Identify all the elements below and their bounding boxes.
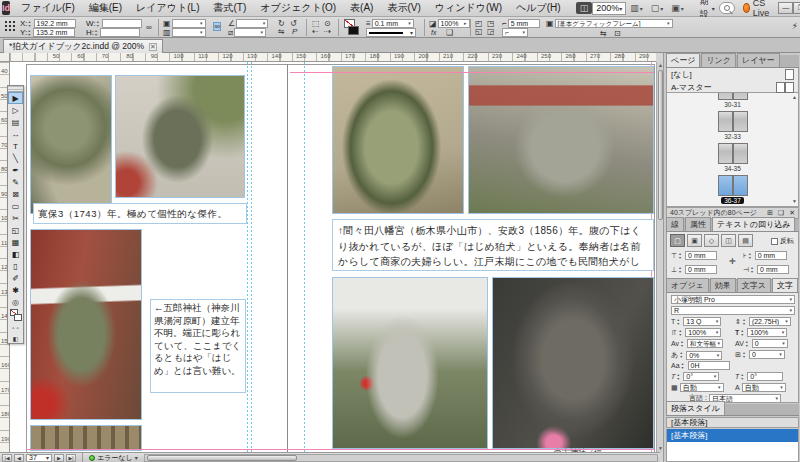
stepper[interactable]: ▴▾ [29,20,33,28]
eyedropper-tool[interactable]: ✐ [8,272,23,284]
caption-kanpo-text-frame[interactable]: 寛保3（1743）年。極めて個性的な傑作。 [33,203,247,224]
select-previous-icon[interactable]: ⇠ [312,27,319,36]
guide-vertical[interactable] [251,62,252,452]
menu-file[interactable]: ファイル(F) [14,0,82,16]
char-rotation-field[interactable]: T▴▾0° [735,372,783,381]
gap-tool[interactable]: ↔ [8,128,23,140]
center-content-icon[interactable]: ◱ [475,27,483,36]
x-position-field[interactable]: X:▴▾192.2 mm [20,19,76,28]
wrap-offset-bottom[interactable]: ⊥▴▾0 mm [671,265,717,274]
tab-char-0[interactable]: オブジェ [666,278,709,292]
horizontal-scrollbar[interactable] [144,454,658,462]
guide-vertical[interactable] [247,62,248,452]
menu-table[interactable]: 表(A) [343,0,380,16]
tab-pages[interactable]: ページ [666,53,700,67]
delete-page-icon[interactable]: ✕ [789,209,795,217]
photo-dark-komainu-curls[interactable] [492,277,654,449]
photo-mossy-komainu[interactable] [332,66,464,214]
page-number-select[interactable]: 37▾ [26,454,52,462]
page-thumbnail[interactable] [718,143,733,164]
spread-36-37[interactable]: 36-37 [667,175,798,204]
wrap-bounding-icon[interactable]: ⊡ [614,29,621,38]
zoom-level-select[interactable]: 200%▾ [592,2,626,15]
wrap-mode-2[interactable]: ◇ [704,234,719,247]
wrap-offset-top[interactable]: ⊤▴▾0 mm [671,251,717,260]
fill-color-swatch[interactable] [348,26,359,35]
new-spread-icon[interactable]: ⊞ [767,209,773,217]
grid-fit-select-2[interactable]: A自動▾ [735,383,786,392]
effects-icon[interactable]: fx [431,28,436,37]
wrap-none-icon[interactable]: ⇆ [600,29,607,38]
fill-frame-proportionally-icon[interactable]: ◲ [487,27,495,36]
tab-layers[interactable]: レイヤー [737,53,780,67]
scale-y-field[interactable]: ▥▾ [163,28,206,37]
gradient-swatch-tool[interactable]: ▦ [8,236,23,248]
previous-page-icon[interactable]: ◀ [14,454,24,462]
stepper[interactable]: ▴▾ [95,29,99,37]
shear-angle-field[interactable]: ⧄▾ [228,28,266,37]
select-next-icon[interactable]: ⇢ [324,27,331,36]
restore-button[interactable]: ❐ [793,2,800,14]
tab-char-1[interactable]: 効果 [710,278,736,292]
close-document-icon[interactable]: ✕ [149,43,157,51]
direct-selection-tool[interactable]: ▷ [8,104,23,116]
page-thumbnail[interactable] [733,111,748,132]
invert-checkbox[interactable]: 反転 [771,236,794,246]
spread-34-35[interactable]: 34-35 [667,143,798,172]
wrap-offset-left[interactable]: ⊦▴▾0 mm [743,251,787,260]
ruler-origin[interactable] [0,53,10,62]
leading-field[interactable]: ⇕▴▾(22.75H)▾ [735,317,791,326]
corner-size-field[interactable]: ⌐5 mm [502,19,540,28]
preflight-menu-icon[interactable]: ▾ [135,454,138,461]
stroke-type-field[interactable]: ▾ [366,28,416,37]
page-thumbnail[interactable] [733,175,748,196]
search-input[interactable] [719,2,735,14]
photo-komainu-head-closeup[interactable] [30,75,112,214]
fill-stroke-controls[interactable] [8,308,23,323]
menu-layout[interactable]: レイアウト(L) [129,0,206,16]
hand-tool[interactable]: ✱ [8,284,23,296]
zoom-tool[interactable]: ◎ [8,296,23,308]
chain-link-icon[interactable]: ∞ [213,22,221,31]
selection-tool[interactable]: ▶ [8,92,23,104]
photo-shrine-fence[interactable] [30,425,142,451]
spread-thumbnails[interactable] [718,93,748,100]
page-thumbnail[interactable] [718,111,733,132]
tab-char-3[interactable]: 文字 [772,278,798,292]
height-field[interactable]: H:▴▾ [86,28,140,37]
flip-horizontal-icon[interactable]: ⇋ [278,27,285,36]
kerning-field[interactable]: Av▴▾和文等幅▾ [671,339,723,348]
photo-komainu-red-fence[interactable] [468,66,654,214]
grid-fit-select-1[interactable]: ▦自動▾ [671,383,724,392]
menu-window[interactable]: ウィンドウ(W) [428,0,509,16]
menu-edit[interactable]: 編集(E) [82,0,129,16]
spread-30-31[interactable]: 30-31 [667,93,798,108]
document-canvas[interactable]: 寛保3（1743）年。極めて個性的な傑作。 ←五郎神社（神奈川県湯河原町）建立年… [10,62,656,452]
view-options-icon[interactable]: ▥▾ [626,1,647,15]
tab-char-2[interactable]: 文字ス [737,278,771,292]
horizontal-scale-field[interactable]: T▴▾100%▾ [735,328,787,337]
first-page-icon[interactable]: |◀ [2,454,12,462]
scrollbar-thumb[interactable] [147,455,297,461]
rectangle-tool[interactable]: ▭ [8,200,23,212]
stroke-weight-field[interactable]: ≡0.1 mm▾ [366,19,414,28]
page-thumbnail[interactable] [718,93,733,100]
shear-field[interactable]: T▴▾0°▾ [671,372,719,381]
wrap-mode-4[interactable]: ▤ [738,234,753,247]
wrap-mode-1[interactable]: ▣ [687,234,702,247]
preflight-status[interactable]: エラーなし [97,453,133,462]
caption-goro-text-frame[interactable]: ←五郎神社（神奈川県湯河原町）建立年不明。端正に彫られていて、ここまでくるともは… [150,299,246,393]
cs-live-button[interactable]: CS Live [743,0,773,18]
object-style-field[interactable]: ▣[基本グラフィックフレーム]▾ [546,19,673,28]
new-page-icon[interactable]: ❏ [778,209,784,217]
photo-komainu-on-gravel[interactable] [115,75,245,198]
bridge-icon[interactable]: ◫ [576,2,593,14]
rotation-angle-field[interactable]: ∠▾ [228,19,268,28]
tracking-field[interactable]: AV▴▾0▾ [735,339,788,348]
reference-point-proxy[interactable] [4,20,17,33]
width-field[interactable]: W:▴▾ [86,19,142,28]
stepper[interactable]: ▴▾ [28,29,32,37]
page-thumbnail[interactable] [733,143,748,164]
quick-apply-icon[interactable]: ⚡ [792,21,798,31]
menu-view[interactable]: 表示(V) [380,0,427,16]
